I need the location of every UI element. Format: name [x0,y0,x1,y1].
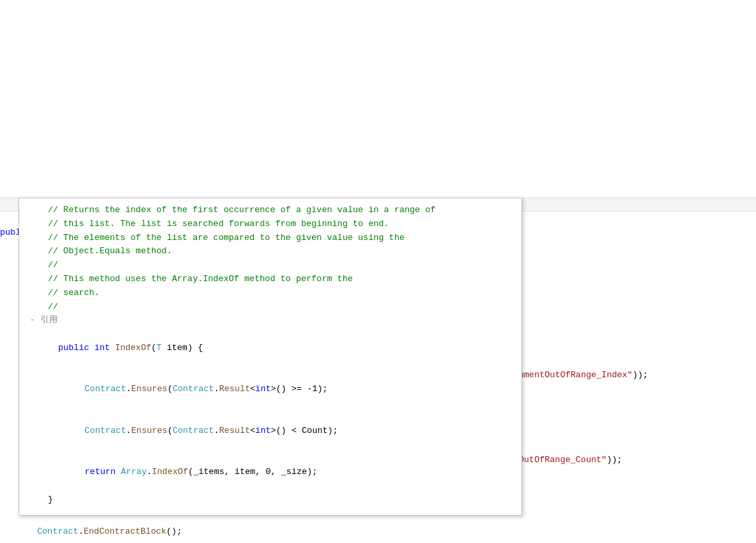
popup-line-1: // Returns the index of the first occurr… [27,204,513,217]
popup-body-2: Contract.Ensures(Contract.Result<int>() … [27,410,513,452]
popup-close: } [27,493,513,507]
popup-signature: public int IndexOf(T item) { [27,328,513,369]
popup-line-8: // [27,300,513,314]
popup-line-4: // Object.Equals method. [27,245,513,259]
code-container: // Returns the index of the first occurr… [0,198,756,543]
popup-line-7: // search. [27,286,513,300]
popup-line-6: // This method uses the Array.IndexOf me… [27,272,513,286]
popup-collapse[interactable]: - 引用 [27,314,513,328]
popup-body-3: return Array.IndexOf(_items, item, 0, _s… [27,452,513,493]
popup-line-2: // this list. The list is searched forwa… [27,217,513,231]
popup-line-3: // The elements of the list are compared… [27,231,513,245]
popup-box: // Returns the index of the first occurr… [19,198,522,516]
section1-blank3 [0,538,756,543]
popup-body-1: Contract.Ensures(Contract.Result<int>() … [27,369,513,410]
popup-line-5: // [27,259,513,272]
